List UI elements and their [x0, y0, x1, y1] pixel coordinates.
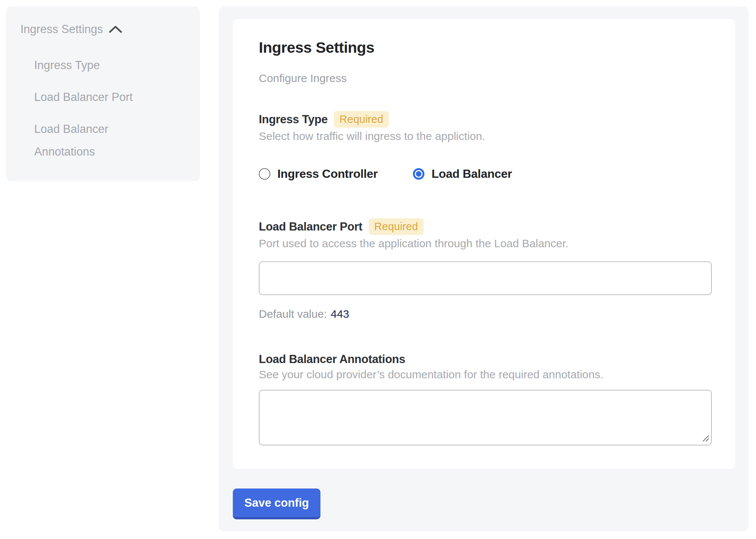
- load-balancer-port-description: Port used to access the application thro…: [259, 237, 712, 250]
- radio-label: Ingress Controller: [277, 167, 378, 181]
- page-title: Ingress Settings: [259, 39, 712, 56]
- nav-group-label: Ingress Settings: [20, 23, 103, 36]
- ingress-settings-card: Ingress Settings Configure Ingress Ingre…: [233, 19, 735, 469]
- settings-nav-sidebar: Ingress Settings Ingress Type Load Balan…: [6, 6, 200, 181]
- required-badge: Required: [369, 218, 424, 235]
- load-balancer-annotations-label: Load Balancer Annotations: [259, 353, 405, 366]
- ingress-type-label: Ingress Type: [259, 113, 328, 126]
- chevron-up-icon: [109, 25, 122, 33]
- field-load-balancer-port: Load Balancer Port Required Port used to…: [259, 218, 712, 320]
- load-balancer-port-label: Load Balancer Port: [259, 220, 362, 233]
- nav-group-ingress-settings[interactable]: Ingress Settings: [20, 23, 189, 36]
- default-value-label: Default value:: [259, 308, 327, 320]
- default-value: 443: [330, 308, 349, 320]
- load-balancer-annotations-description: See your cloud provider’s documentation …: [259, 368, 712, 381]
- load-balancer-port-input[interactable]: [259, 261, 712, 295]
- radio-option-ingress-controller[interactable]: Ingress Controller: [259, 167, 378, 181]
- nav-item-ingress-type[interactable]: Ingress Type: [34, 54, 157, 76]
- page-subtitle: Configure Ingress: [259, 72, 712, 85]
- main-panel: Ingress Settings Configure Ingress Ingre…: [219, 6, 749, 532]
- required-badge: Required: [334, 111, 389, 128]
- save-config-button[interactable]: Save config: [233, 489, 320, 519]
- nav-items-list: Ingress Type Load Balancer Port Load Bal…: [34, 54, 189, 163]
- ingress-type-description: Select how traffic will ingress to the a…: [259, 130, 712, 143]
- radio-label: Load Balancer: [431, 167, 512, 181]
- ingress-type-options: Ingress Controller Load Balancer: [259, 167, 712, 181]
- radio-option-load-balancer[interactable]: Load Balancer: [413, 167, 512, 181]
- load-balancer-annotations-textarea[interactable]: [259, 390, 712, 445]
- field-ingress-type: Ingress Type Required Select how traffic…: [259, 111, 712, 181]
- nav-item-load-balancer-port[interactable]: Load Balancer Port: [34, 86, 157, 108]
- default-value-row: Default value:443: [259, 308, 712, 320]
- radio-icon[interactable]: [413, 168, 424, 180]
- resize-handle-icon[interactable]: [702, 434, 710, 442]
- field-load-balancer-annotations: Load Balancer Annotations See your cloud…: [259, 353, 712, 445]
- nav-item-load-balancer-annotations[interactable]: Load Balancer Annotations: [34, 118, 157, 163]
- radio-icon[interactable]: [259, 168, 270, 180]
